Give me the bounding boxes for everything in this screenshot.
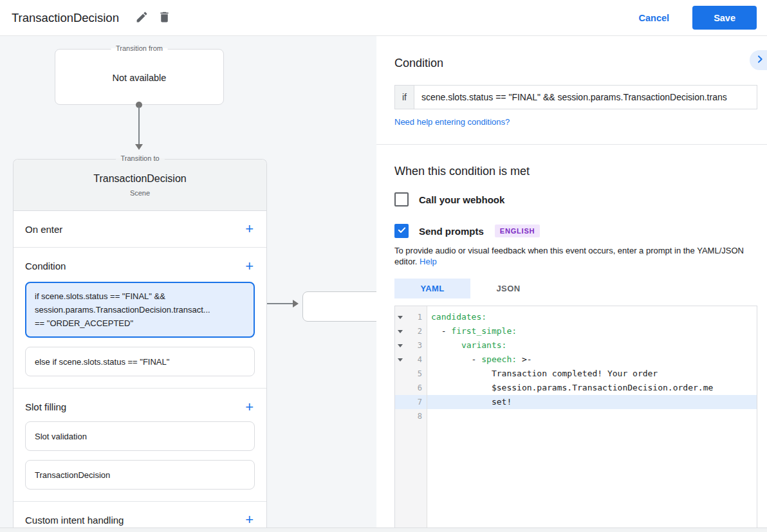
condition-card-selected[interactable]: if scene.slots.status == "FINAL" && sess… [25, 282, 255, 338]
code-line[interactable]: 5 Transaction completed! Your order [395, 367, 757, 381]
if-prefix-label: if [394, 85, 414, 109]
save-button[interactable]: Save [692, 6, 757, 30]
condition-card-else[interactable]: else if scene.slots.status == "FINAL" [25, 347, 255, 376]
condition-detail-panel: Condition if Need help entering conditio… [376, 36, 767, 532]
conditions-help-link[interactable]: Need help entering conditions? [394, 117, 510, 127]
line-number: 3 [405, 341, 427, 350]
chevron-right-icon [755, 54, 765, 66]
line-number: 5 [405, 369, 427, 378]
send-prompts-label: Send prompts [419, 226, 484, 237]
on-enter-label: On enter [25, 224, 62, 235]
language-badge: ENGLISH [495, 225, 541, 237]
call-webhook-checkbox[interactable] [394, 192, 409, 206]
code-line[interactable]: 8 [395, 409, 757, 423]
scene-editor-window: TransactionDecision Cancel Save Transiti… [0, 0, 767, 532]
add-on-enter-button[interactable]: + [244, 223, 255, 235]
prompts-description-text: To provide audio or visual feedback when… [394, 246, 744, 266]
cancel-button[interactable]: Cancel [630, 8, 679, 28]
condition-line: == "ORDER_ACCEPTED" [35, 316, 245, 330]
fold-arrow-icon[interactable] [398, 358, 403, 362]
top-bar: TransactionDecision Cancel Save [0, 0, 767, 36]
page-title: TransactionDecision [12, 11, 119, 25]
tab-yaml[interactable]: YAML [394, 279, 470, 298]
trash-icon [158, 10, 171, 26]
pencil-icon [135, 10, 149, 26]
scene-card: Transition to TransactionDecision Scene … [13, 159, 267, 532]
edit-title-button[interactable] [133, 8, 151, 28]
on-enter-row[interactable]: On enter + [14, 211, 266, 248]
line-number: 8 [405, 412, 427, 421]
line-number: 7 [405, 398, 427, 407]
connector-line [138, 107, 140, 145]
slot-validation-card[interactable]: Slot validation [25, 421, 255, 451]
transition-from-legend: Transition from [111, 44, 168, 52]
slot-transaction-card[interactable]: TransactionDecision [25, 460, 255, 490]
scene-card-header[interactable]: TransactionDecision Scene [14, 160, 266, 211]
transition-to-legend: Transition to [115, 154, 164, 162]
prompts-description: To provide audio or visual feedback when… [394, 245, 755, 267]
add-slot-button[interactable]: + [244, 401, 255, 414]
delete-scene-button[interactable] [155, 8, 174, 28]
collapse-panel-button[interactable] [750, 50, 767, 70]
fold-arrow-icon[interactable] [398, 316, 403, 319]
condition-line: session.params.TransactionDecision.trans… [35, 303, 245, 316]
webhook-checkbox-row: Call your webhook [394, 192, 757, 207]
send-prompts-checkbox[interactable] [394, 224, 409, 238]
horizontal-scrollbar[interactable] [0, 527, 767, 532]
line-number: 6 [405, 383, 427, 392]
code-line[interactable]: 4 - speech: >- [395, 353, 757, 367]
condition-section: Condition + if scene.slots.status == "FI… [14, 248, 266, 389]
code-line[interactable]: 2 - first_simple: [395, 324, 757, 338]
tab-json[interactable]: JSON [470, 279, 546, 298]
line-number: 2 [405, 327, 427, 336]
fold-arrow-icon[interactable] [398, 330, 403, 333]
when-condition-heading: When this condition is met [394, 163, 757, 179]
call-webhook-label: Call your webhook [419, 194, 504, 205]
scene-card-subtitle: Scene [14, 189, 266, 197]
connector-arrowhead-icon [135, 144, 143, 150]
transition-from-value: Not available [55, 73, 223, 83]
custom-intent-label: Custom intent handling [25, 515, 124, 526]
condition-expression-row: if [394, 85, 757, 109]
prompts-checkbox-row: Send prompts ENGLISH [394, 223, 757, 239]
editor-format-tabs: YAML JSON [394, 279, 757, 298]
code-editor-filler [395, 423, 757, 530]
code-line[interactable]: 6 $session.params.TransactionDecision.or… [395, 381, 757, 395]
add-condition-button[interactable]: + [244, 260, 255, 273]
condition-line: if scene.slots.status == "FINAL" && [35, 289, 245, 303]
checkmark-icon [397, 225, 407, 237]
condition-section-label: Condition [25, 261, 66, 271]
condition-expression-input[interactable] [414, 85, 757, 109]
yaml-code-editor[interactable]: 1candidates:2 - first_simple:3 variants:… [394, 306, 757, 531]
line-number: 1 [405, 313, 427, 322]
line-number: 4 [405, 355, 427, 364]
code-line[interactable]: 1candidates: [395, 310, 757, 324]
condition-heading: Condition [394, 55, 757, 71]
scene-card-title: TransactionDecision [14, 173, 266, 185]
slot-filling-section: Slot filling + Slot validation Transacti… [14, 389, 266, 502]
code-line[interactable]: 7 set! [395, 395, 757, 409]
add-custom-intent-button[interactable]: + [244, 513, 255, 526]
fold-arrow-icon[interactable] [398, 344, 403, 347]
code-line[interactable]: 3 variants: [395, 338, 757, 353]
condition-connector-arrowhead-icon [293, 300, 299, 307]
transition-from-box[interactable]: Transition from Not available [55, 49, 224, 105]
panel-divider [376, 144, 767, 145]
slot-filling-label: Slot filling [25, 401, 66, 412]
prompts-help-link[interactable]: Help [420, 257, 437, 266]
